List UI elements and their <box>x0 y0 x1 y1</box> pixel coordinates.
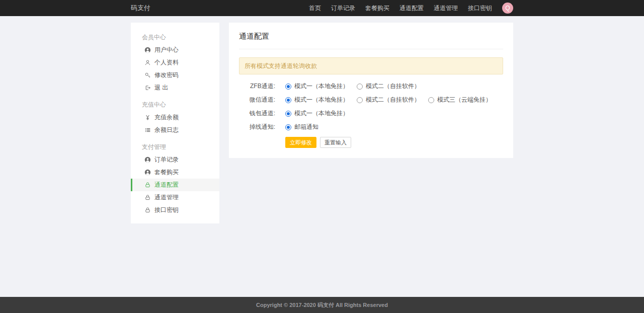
sidebar-item-label: 套餐购买 <box>154 168 179 177</box>
radio-input[interactable] <box>357 97 363 103</box>
sidebar-item-label: 通道配置 <box>154 181 179 189</box>
sidebar-item[interactable]: 用户中心 <box>131 44 219 56</box>
sidebar-section-header: 充值中心 <box>131 98 219 111</box>
nav-item[interactable]: 通道配置 <box>394 0 429 16</box>
form-buttons: 立即修改 重置输入 <box>285 137 503 148</box>
navbar-inner: 码支付 首页订单记录套餐购买通道配置通道管理接口密钥 Q <box>131 0 513 16</box>
user-circle-icon <box>144 169 151 176</box>
top-navbar: 码支付 首页订单记录套餐购买通道配置通道管理接口密钥 Q <box>0 0 644 16</box>
radio-option[interactable]: 邮箱通知 <box>285 123 318 131</box>
nav-item[interactable]: 订单记录 <box>326 0 360 16</box>
sidebar-item[interactable]: 接口密钥 <box>131 204 219 216</box>
radio-option[interactable]: 模式二（自挂软件） <box>357 96 420 104</box>
nav-item[interactable]: 通道管理 <box>429 0 463 16</box>
radio-group: 模式一（本地免挂） <box>285 109 357 118</box>
list-icon <box>144 127 151 134</box>
key-icon <box>144 72 151 79</box>
radio-group: 邮箱通知 <box>285 123 327 131</box>
sidebar-item-label: 接口密钥 <box>154 206 179 214</box>
radio-option-label: 模式三（云端免挂） <box>437 96 492 104</box>
nav-item[interactable]: 首页 <box>304 0 326 16</box>
copyright-text: Copyright © 2017-2020 码支付 All Rights Res… <box>256 301 388 309</box>
radio-option[interactable]: 模式二（自挂软件） <box>357 82 420 91</box>
form-row-label: 钱包通道: <box>239 109 275 118</box>
sidebar-item[interactable]: 通道管理 <box>131 191 219 204</box>
radio-option-label: 模式一（本地免挂） <box>294 109 349 118</box>
radio-input[interactable] <box>285 84 291 90</box>
form-row: 微信通道:模式一（本地免挂）模式二（自挂软件）模式三（云端免挂） <box>239 93 503 107</box>
sidebar-item[interactable]: 订单记录 <box>131 153 219 166</box>
radio-option[interactable]: 模式一（本地免挂） <box>285 109 349 118</box>
sidebar-section-header: 会员中心 <box>131 31 219 44</box>
main-panel: 通道配置 所有模式支持通道轮询收款 ZFB通道:模式一（本地免挂）模式二（自挂软… <box>229 23 513 158</box>
radio-group: 模式一（本地免挂）模式二（自挂软件）模式三（云端免挂） <box>285 96 500 104</box>
nav-item[interactable]: 接口密钥 <box>463 0 497 16</box>
nav-item[interactable]: 套餐购买 <box>360 0 394 16</box>
channel-config-form: ZFB通道:模式一（本地免挂）模式二（自挂软件）微信通道:模式一（本地免挂）模式… <box>239 80 503 134</box>
sidebar-item-label: 充值余额 <box>154 113 179 122</box>
form-row: 钱包通道:模式一（本地免挂） <box>239 107 503 120</box>
sidebar-item-label: 个人资料 <box>154 58 179 67</box>
sidebar-item-label: 订单记录 <box>154 155 179 164</box>
form-row-label: 微信通道: <box>239 96 275 104</box>
sign-out-icon <box>144 85 151 92</box>
sidebar-item[interactable]: 退 出 <box>131 82 219 94</box>
user-circle-icon <box>144 156 151 164</box>
sidebar-item[interactable]: 通道配置 <box>131 179 219 191</box>
form-row-label: 掉线通知: <box>239 123 275 131</box>
radio-option[interactable]: 模式三（云端免挂） <box>428 96 492 104</box>
submit-button[interactable]: 立即修改 <box>285 137 316 148</box>
radio-option-label: 邮箱通知 <box>294 123 318 131</box>
radio-option-label: 模式二（自挂软件） <box>366 82 420 91</box>
sidebar-item-label: 通道管理 <box>154 193 179 202</box>
sidebar-item[interactable]: 个人资料 <box>131 56 219 69</box>
title-divider <box>239 49 503 49</box>
lock-icon <box>144 194 151 201</box>
form-row-label: ZFB通道: <box>239 82 275 91</box>
nav-menu: 首页订单记录套餐购买通道配置通道管理接口密钥 <box>304 0 497 16</box>
sidebar-section-header: 支付管理 <box>131 140 219 153</box>
sidebar-item[interactable]: 充值余额 <box>131 111 219 124</box>
form-row: ZFB通道:模式一（本地免挂）模式二（自挂软件） <box>239 80 503 93</box>
lock-icon <box>144 207 151 214</box>
user-circle-icon <box>144 47 151 54</box>
radio-option-label: 模式二（自挂软件） <box>366 96 420 104</box>
reset-button[interactable]: 重置输入 <box>320 137 351 148</box>
form-row: 掉线通知:邮箱通知 <box>239 120 503 134</box>
user-outline-icon <box>144 59 151 66</box>
radio-option[interactable]: 模式一（本地免挂） <box>285 96 349 104</box>
radio-input[interactable] <box>357 84 363 90</box>
lock-icon <box>144 182 151 189</box>
alert-banner: 所有模式支持通道轮询收款 <box>239 57 503 74</box>
radio-input[interactable] <box>285 97 291 103</box>
page-title: 通道配置 <box>239 32 503 41</box>
radio-option[interactable]: 模式一（本地免挂） <box>285 82 349 91</box>
footer: Copyright © 2017-2020 码支付 All Rights Res… <box>0 297 644 313</box>
sidebar-item[interactable]: 套餐购买 <box>131 166 219 179</box>
yen-icon <box>144 114 151 121</box>
sidebar-item-label: 余额日志 <box>154 126 179 134</box>
sidebar: 会员中心用户中心个人资料修改密码退 出充值中心充值余额余额日志支付管理订单记录套… <box>131 23 219 223</box>
radio-option-label: 模式一（本地免挂） <box>294 96 349 104</box>
radio-input[interactable] <box>285 124 291 130</box>
sidebar-item[interactable]: 修改密码 <box>131 69 219 82</box>
radio-option-label: 模式一（本地免挂） <box>294 82 349 91</box>
sidebar-item-label: 退 出 <box>154 84 168 92</box>
brand-logo[interactable]: 码支付 <box>131 4 150 13</box>
page-container: 会员中心用户中心个人资料修改密码退 出充值中心充值余额余额日志支付管理订单记录套… <box>131 23 513 223</box>
sidebar-item-label: 用户中心 <box>154 46 179 54</box>
user-avatar[interactable]: Q <box>502 3 513 14</box>
sidebar-item[interactable]: 余额日志 <box>131 124 219 136</box>
radio-group: 模式一（本地免挂）模式二（自挂软件） <box>285 82 428 91</box>
radio-input[interactable] <box>428 97 434 103</box>
radio-input[interactable] <box>285 111 291 117</box>
sidebar-item-label: 修改密码 <box>154 71 179 80</box>
